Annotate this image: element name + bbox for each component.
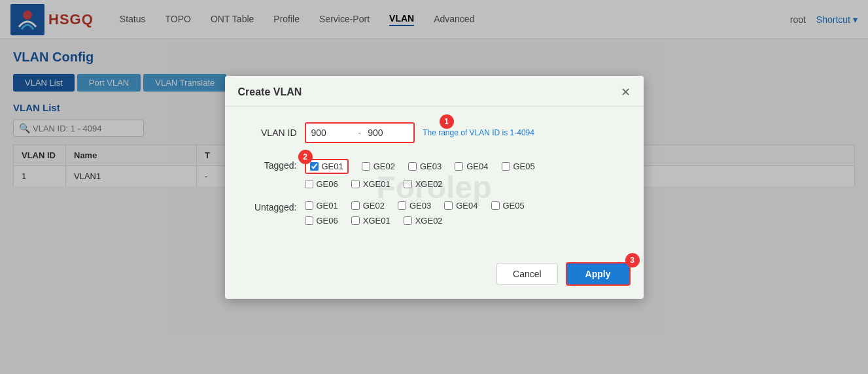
tagged-row-2: GE06 XGE01 XGE02 bbox=[305, 179, 624, 189]
tagged-ge02-checkbox[interactable] bbox=[362, 162, 370, 171]
untagged-ge02-checkbox[interactable] bbox=[351, 201, 360, 210]
untagged-label: Untagged: bbox=[245, 201, 297, 212]
tagged-ge05-label: GE05 bbox=[513, 162, 535, 171]
untagged-ge03-label: GE03 bbox=[409, 201, 431, 211]
tagged-ge04-checkbox[interactable] bbox=[455, 162, 463, 171]
modal-overlay: Create VLAN ✕ VLAN ID - The range of VLA… bbox=[0, 0, 868, 374]
untagged-row-2: GE06 XGE01 XGE02 bbox=[305, 216, 624, 226]
tagged-xge01-label: XGE01 bbox=[363, 179, 391, 189]
untagged-ge01-item[interactable]: GE01 bbox=[305, 201, 338, 211]
vlan-separator: - bbox=[358, 128, 362, 138]
untagged-xge02-item[interactable]: XGE02 bbox=[404, 216, 443, 226]
untagged-ge06-item[interactable]: GE06 bbox=[305, 216, 338, 226]
modal-close-button[interactable]: ✕ bbox=[621, 86, 631, 98]
vlan-id-inputs: - bbox=[305, 122, 415, 143]
untagged-xge01-label: XGE01 bbox=[363, 216, 391, 226]
tagged-label: Tagged: bbox=[245, 159, 297, 171]
tagged-checkboxes: GE01 GE02 GE03 GE04 bbox=[305, 159, 624, 194]
tagged-xge01-checkbox[interactable] bbox=[351, 180, 360, 188]
untagged-ge01-checkbox[interactable] bbox=[305, 201, 313, 210]
untagged-ge01-label: GE01 bbox=[317, 201, 338, 211]
modal-header: Create VLAN ✕ bbox=[225, 76, 644, 107]
tagged-ge06-checkbox[interactable] bbox=[305, 180, 313, 188]
untagged-xge02-label: XGE02 bbox=[415, 216, 443, 226]
modal-body: VLAN ID - The range of VLAN ID is 1-4094… bbox=[225, 107, 644, 254]
tagged-xge02-item[interactable]: XGE02 bbox=[404, 179, 443, 189]
untagged-ge05-checkbox[interactable] bbox=[491, 201, 500, 210]
untagged-xge02-checkbox[interactable] bbox=[404, 216, 412, 225]
tagged-ge04-item[interactable]: GE04 bbox=[455, 162, 488, 171]
untagged-checkboxes: GE01 GE02 GE03 GE04 bbox=[305, 201, 624, 231]
tagged-ge05-item[interactable]: GE05 bbox=[502, 162, 535, 171]
untagged-ge03-item[interactable]: GE03 bbox=[398, 201, 431, 211]
untagged-ge05-label: GE05 bbox=[503, 201, 525, 211]
apply-button[interactable]: Apply bbox=[566, 262, 631, 286]
tagged-ge01-label: GE01 bbox=[322, 162, 343, 171]
untagged-xge01-item[interactable]: XGE01 bbox=[351, 216, 391, 226]
untagged-ge06-checkbox[interactable] bbox=[305, 216, 313, 225]
tagged-row: Tagged: GE01 GE02 GE03 bbox=[245, 159, 624, 194]
tagged-ge02-label: GE02 bbox=[373, 162, 395, 171]
tagged-ge02-item[interactable]: GE02 bbox=[362, 162, 395, 171]
vlan-id-from-input[interactable] bbox=[309, 125, 355, 141]
tagged-row-1: GE01 GE02 GE03 GE04 bbox=[305, 159, 624, 174]
create-vlan-modal: Create VLAN ✕ VLAN ID - The range of VLA… bbox=[225, 76, 644, 299]
untagged-ge02-item[interactable]: GE02 bbox=[351, 201, 385, 211]
annotation-badge-2: 2 bbox=[298, 150, 313, 164]
tagged-xge01-item[interactable]: XGE01 bbox=[351, 179, 391, 189]
untagged-ge03-checkbox[interactable] bbox=[398, 201, 406, 210]
tagged-ge03-item[interactable]: GE03 bbox=[408, 162, 442, 171]
untagged-ge04-checkbox[interactable] bbox=[444, 201, 453, 210]
untagged-ge05-item[interactable]: GE05 bbox=[491, 201, 525, 211]
tagged-ge04-label: GE04 bbox=[466, 162, 488, 171]
tagged-xge02-checkbox[interactable] bbox=[404, 180, 412, 188]
untagged-ge04-item[interactable]: GE04 bbox=[444, 201, 477, 211]
tagged-ge03-checkbox[interactable] bbox=[408, 162, 417, 171]
tagged-ge01-checkbox[interactable] bbox=[310, 162, 319, 171]
tagged-ge06-label: GE06 bbox=[317, 179, 338, 189]
tagged-ge05-checkbox[interactable] bbox=[502, 162, 510, 171]
tagged-ge06-item[interactable]: GE06 bbox=[305, 179, 338, 189]
untagged-row: Untagged: GE01 GE02 GE03 bbox=[245, 201, 624, 231]
modal-footer: Cancel Apply 3 bbox=[225, 254, 644, 299]
vlan-id-row: VLAN ID - The range of VLAN ID is 1-4094… bbox=[245, 122, 624, 143]
annotation-badge-1: 1 bbox=[440, 114, 454, 129]
vlan-id-hint: The range of VLAN ID is 1-4094 bbox=[423, 128, 534, 137]
tagged-xge02-label: XGE02 bbox=[415, 179, 443, 189]
untagged-row-1: GE01 GE02 GE03 GE04 bbox=[305, 201, 624, 211]
untagged-ge06-label: GE06 bbox=[317, 216, 338, 226]
untagged-ge02-label: GE02 bbox=[363, 201, 385, 211]
tagged-ge03-label: GE03 bbox=[420, 162, 442, 171]
annotation-badge-3: 3 bbox=[625, 253, 640, 267]
cancel-button[interactable]: Cancel bbox=[496, 263, 558, 285]
modal-title: Create VLAN bbox=[238, 86, 302, 98]
vlan-id-to-input[interactable] bbox=[365, 125, 411, 141]
untagged-ge04-label: GE04 bbox=[456, 201, 477, 211]
untagged-xge01-checkbox[interactable] bbox=[351, 216, 360, 225]
vlan-id-label: VLAN ID bbox=[245, 128, 297, 138]
